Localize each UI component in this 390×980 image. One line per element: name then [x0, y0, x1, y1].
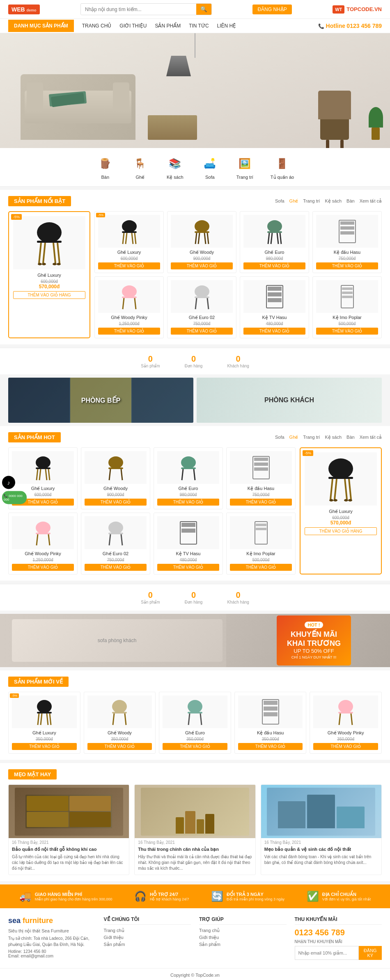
- product-card-2[interactable]: Ghế Woody 900,000đ THÊM VÀO GIỎ: [167, 211, 236, 273]
- tab-kesach[interactable]: Kệ sách: [325, 198, 342, 204]
- cat-trangri[interactable]: 🖼️ Trang trí: [236, 154, 254, 180]
- hot-tab-ghe[interactable]: Ghế: [289, 435, 298, 440]
- cat-ghe[interactable]: 🪑 Ghế: [131, 154, 149, 180]
- hot-tab-ban[interactable]: Bàn: [346, 435, 355, 440]
- new-cart-2[interactable]: THÊM VÀO GIỎ: [87, 743, 152, 750]
- svg-line-15: [132, 233, 133, 244]
- new-cart-3[interactable]: THÊM VÀO GIỎ: [163, 743, 227, 750]
- cat-tu[interactable]: 🚪 Tủ quần áo: [271, 154, 294, 180]
- add-cart-1[interactable]: THÊM VÀO GIỎ: [98, 262, 160, 269]
- tab-sofa[interactable]: Sofa: [275, 198, 284, 204]
- tab-ghe[interactable]: Ghế: [289, 198, 298, 204]
- tab-xemtat[interactable]: Xem tất cả: [360, 198, 382, 204]
- cat-ban[interactable]: 🪵 Bàn: [96, 154, 115, 180]
- product-card-4[interactable]: Kệ đầu Hasu 750,000đ THÊM VÀO GIỎ: [312, 211, 382, 273]
- tiktok-button[interactable]: ♪: [2, 476, 15, 489]
- nav-about[interactable]: GIỚI THIỆU: [119, 19, 147, 33]
- service-verified-title: ĐỊA CHỈ CHUẨN: [322, 892, 371, 897]
- hot-tab-sofa[interactable]: Sofa: [275, 435, 284, 440]
- search-button[interactable]: 🔍: [196, 4, 211, 15]
- logo: WEB demo: [8, 5, 40, 14]
- tab-trangri[interactable]: Trang trí: [303, 198, 320, 204]
- nav-contact[interactable]: LIÊN HỆ: [217, 19, 236, 33]
- add-cart-8[interactable]: THÊM VÀO GIỎ: [316, 328, 378, 335]
- product-card-3[interactable]: Ghế Euro 980,000đ THÊM VÀO GIỎ: [240, 211, 309, 273]
- search-input[interactable]: [81, 4, 196, 15]
- hot-card-5[interactable]: Ghế Woody Pinky 1,250,000đ THÊM VÀO GIỎ: [8, 513, 78, 574]
- phone-float-button[interactable]: 📞 0000 000 000: [2, 491, 27, 504]
- hot-main-product[interactable]: -5% Ghế Luxury 600,000đ 570,000đ T: [300, 447, 382, 574]
- hot-card-3[interactable]: Ghế Euro 980,000đ THÊM VÀO GIỎ: [154, 447, 223, 509]
- ghe-icon: 🪑: [131, 154, 149, 173]
- hot-cart-5[interactable]: THÊM VÀO GIỎ: [12, 564, 74, 571]
- footer-support-products[interactable]: Sản phẩm: [199, 942, 287, 947]
- footer-support-intro[interactable]: Giới thiệu: [199, 935, 287, 940]
- hot-card-4[interactable]: Kệ đầu Hasu 750,000đ THÊM VÀO GIỎ: [226, 447, 296, 509]
- hot-cart-8[interactable]: THÊM VÀO GIỎ: [230, 564, 292, 571]
- svg-line-5: [53, 243, 55, 263]
- hot-img-4: [230, 451, 292, 484]
- banner-kitchen[interactable]: PHÒNG BẾP: [8, 378, 193, 423]
- add-cart-3[interactable]: THÊM VÀO GIỎ: [243, 262, 305, 269]
- nav-news[interactable]: TIN TỨC: [189, 19, 209, 33]
- promo-note: CHỈ 1 NGÀY DUY NHẤT !!!: [287, 655, 341, 659]
- nav-home[interactable]: TRANG CHỦ: [82, 19, 112, 33]
- footer-about-intro[interactable]: Giới thiệu: [104, 935, 191, 940]
- product-card-6[interactable]: Ghế Euro 02 750,000đ THÊM VÀO GIỎ: [167, 276, 236, 338]
- footer-support-home[interactable]: Trang chủ: [199, 928, 287, 933]
- footer-about-home[interactable]: Trang chủ: [104, 928, 191, 933]
- blog-card-3[interactable]: 16 Tháng Bảy, 2021 Mẹo bảo quản & vệ sin…: [261, 784, 382, 875]
- add-cart-4[interactable]: THÊM VÀO GIỎ: [316, 262, 378, 269]
- hot-main-add-cart[interactable]: THÊM VÀO GIỎ HÀNG: [305, 527, 377, 535]
- blog-card-1[interactable]: 16 Tháng Bảy, 2021 Bảo quản đồ nội thất …: [8, 784, 129, 875]
- hot-cart-7[interactable]: THÊM VÀO GIỎ: [157, 564, 219, 571]
- login-button[interactable]: ĐĂNG NHẬP: [252, 5, 291, 14]
- new-card-2[interactable]: Ghế Woody 350,000đ THÊM VÀO GIỎ: [84, 692, 156, 754]
- footer-about-products[interactable]: Sản phẩm: [104, 942, 191, 947]
- svg-rect-105: [264, 701, 278, 705]
- subscribe-input[interactable]: [295, 946, 359, 960]
- new-card-5[interactable]: Ghế Woody Pinky 350,000đ THÊM VÀO GIỎ: [310, 692, 382, 754]
- blog-card-2[interactable]: 16 Tháng Bảy, 2021 Thu thái trong chính …: [134, 784, 255, 875]
- new-cart-1[interactable]: THÊM VÀO GIỎ: [12, 743, 77, 750]
- new-card-3[interactable]: Ghế Euro 350,000đ THÊM VÀO GIỎ: [159, 692, 231, 754]
- featured-main-product[interactable]: -5% Ghế Luxury 600,000đ 570,000đ T: [8, 211, 90, 338]
- hot-tab-trangri[interactable]: Trang trí: [303, 435, 320, 440]
- add-cart-7[interactable]: THÊM VÀO GIỎ: [243, 328, 305, 335]
- hot-name-6: Ghế Euro 02: [85, 551, 147, 556]
- product-card-5[interactable]: Ghế Woody Pinky 1,250,000đ THÊM VÀO GIỎ: [94, 276, 164, 338]
- hot-tab-xemtat[interactable]: Xem tất cả: [360, 435, 382, 440]
- add-cart-2[interactable]: THÊM VÀO GIỎ: [171, 262, 233, 269]
- hot-card-8[interactable]: Kệ Imo Poplar 500,000đ THÊM VÀO GIỎ: [226, 513, 296, 574]
- cat-sofa[interactable]: 🛋️ Sofa: [201, 154, 219, 180]
- new-card-1[interactable]: -5% Ghế Luxury 350,000đ THÊM VÀO GIỎ: [8, 692, 80, 754]
- product-card-1[interactable]: -5% Ghế Luxury 600,000đ THÊM VÀO GIỎ: [94, 211, 164, 273]
- product-card-8[interactable]: Kệ Imo Poplar 500,000đ THÊM VÀO GIỎ: [312, 276, 382, 338]
- new-cart-4[interactable]: THÊM VÀO GIỎ: [238, 743, 303, 750]
- new-cart-5[interactable]: THÊM VÀO GIỎ: [313, 743, 378, 750]
- add-cart-5[interactable]: THÊM VÀO GIỎ: [98, 328, 160, 335]
- new-card-4[interactable]: Kệ đầu Hasu 350,000đ THÊM VÀO GIỎ: [234, 692, 307, 754]
- nav-products[interactable]: SẢN PHẨM: [155, 19, 181, 33]
- hot-cart-4[interactable]: THÊM VÀO GIỎ: [230, 499, 292, 506]
- hot-card-2[interactable]: Ghế Woody 900,000đ THÊM VÀO GIỎ: [81, 447, 150, 509]
- product-card-7[interactable]: Kệ TV Hasu 480,000đ THÊM VÀO GIỎ: [240, 276, 309, 338]
- svg-point-58: [181, 456, 196, 469]
- hot-card-7[interactable]: Kệ TV Hasu 480,000đ THÊM VÀO GIỎ: [154, 513, 223, 574]
- svg-point-87: [348, 499, 352, 501]
- tab-ban[interactable]: Bàn: [346, 198, 355, 204]
- hot-cart-2[interactable]: THÊM VÀO GIỎ: [85, 499, 147, 506]
- hot-cart-6[interactable]: THÊM VÀO GIỎ: [85, 564, 147, 571]
- category-button[interactable]: DANH MỤC SẢN PHẨM: [8, 20, 74, 32]
- main-add-to-cart[interactable]: THÊM VÀO GIỎ HÀNG: [13, 291, 85, 299]
- hot-product-grid: Ghế Luxury 600,000đ THÊM VÀO GIỎ Ghế Woo…: [8, 447, 296, 574]
- subscribe-button[interactable]: ĐĂNG KÝ: [359, 946, 382, 960]
- svg-point-96: [112, 700, 127, 713]
- add-cart-6[interactable]: THÊM VÀO GIỎ: [171, 328, 233, 335]
- banner-living[interactable]: PHÒNG KHÁCH: [197, 378, 382, 423]
- service-shipping-text: GIAO HÀNG MIỄN PHÍ Miễn phí giao hàng ch…: [35, 892, 112, 901]
- hot-card-6[interactable]: Ghế Euro 02 750,000đ THÊM VÀO GIỎ: [81, 513, 150, 574]
- hot-cart-3[interactable]: THÊM VÀO GIỎ: [157, 499, 219, 506]
- hot-tab-kesach[interactable]: Kệ sách: [325, 435, 342, 440]
- cat-kesach[interactable]: 📚 Kệ sách: [166, 154, 184, 180]
